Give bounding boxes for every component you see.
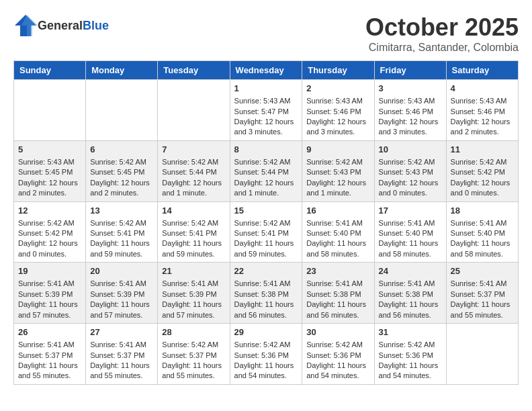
sunset-text: Sunset: 5:42 PM: [451, 167, 514, 177]
cell-content: 10Sunrise: 5:42 AMSunset: 5:43 PMDayligh…: [379, 144, 442, 199]
calendar-cell: 25Sunrise: 5:41 AMSunset: 5:37 PMDayligh…: [446, 263, 518, 324]
calendar-cell: 5Sunrise: 5:43 AMSunset: 5:45 PMDaylight…: [14, 140, 86, 201]
day-number: 27: [90, 326, 153, 338]
sunrise-text: Sunrise: 5:43 AM: [234, 96, 298, 106]
weekday-header: Wednesday: [230, 61, 302, 80]
daylight-text: Daylight: 12 hours and 1 minute.: [162, 178, 225, 199]
day-number: 1: [234, 83, 298, 95]
cell-content: 26Sunrise: 5:41 AMSunset: 5:37 PMDayligh…: [18, 326, 81, 381]
sunrise-text: Sunrise: 5:42 AM: [234, 157, 298, 167]
cell-content: 20Sunrise: 5:41 AMSunset: 5:39 PMDayligh…: [90, 265, 153, 320]
sunset-text: Sunset: 5:47 PM: [234, 107, 298, 117]
cell-content: 21Sunrise: 5:41 AMSunset: 5:39 PMDayligh…: [162, 265, 225, 320]
daylight-text: Daylight: 12 hours and 0 minutes.: [18, 238, 81, 259]
cell-content: 5Sunrise: 5:43 AMSunset: 5:45 PMDaylight…: [18, 144, 81, 199]
calendar-cell: [158, 80, 230, 141]
day-number: 17: [379, 205, 442, 217]
calendar-cell: 26Sunrise: 5:41 AMSunset: 5:37 PMDayligh…: [14, 324, 86, 385]
sunrise-text: Sunrise: 5:42 AM: [306, 157, 369, 167]
sunset-text: Sunset: 5:36 PM: [306, 351, 369, 361]
daylight-text: Daylight: 12 hours and 0 minutes.: [451, 178, 514, 199]
calendar-cell: 22Sunrise: 5:41 AMSunset: 5:38 PMDayligh…: [230, 263, 302, 324]
daylight-text: Daylight: 11 hours and 57 minutes.: [18, 300, 81, 320]
daylight-text: Daylight: 11 hours and 59 minutes.: [162, 238, 225, 259]
sunset-text: Sunset: 5:46 PM: [451, 107, 514, 117]
day-number: 4: [451, 83, 514, 95]
calendar-cell: [86, 80, 158, 141]
sunset-text: Sunset: 5:39 PM: [162, 289, 225, 300]
day-number: 8: [234, 144, 298, 156]
calendar-cell: 12Sunrise: 5:42 AMSunset: 5:42 PMDayligh…: [14, 201, 86, 263]
sunset-text: Sunset: 5:36 PM: [379, 351, 442, 361]
calendar-cell: 23Sunrise: 5:41 AMSunset: 5:38 PMDayligh…: [302, 263, 374, 324]
sunrise-text: Sunrise: 5:41 AM: [379, 218, 442, 228]
day-number: 14: [162, 205, 225, 217]
cell-content: 4Sunrise: 5:43 AMSunset: 5:46 PMDaylight…: [451, 83, 514, 138]
calendar-week-row: 26Sunrise: 5:41 AMSunset: 5:37 PMDayligh…: [14, 324, 519, 385]
logo-blue: Blue: [83, 19, 109, 32]
location-title: Cimitarra, Santander, Colombia: [365, 42, 519, 54]
cell-content: 23Sunrise: 5:41 AMSunset: 5:38 PMDayligh…: [306, 265, 369, 320]
daylight-text: Daylight: 11 hours and 56 minutes.: [306, 300, 369, 320]
calendar-cell: 2Sunrise: 5:43 AMSunset: 5:46 PMDaylight…: [302, 80, 374, 141]
day-number: 29: [234, 326, 298, 338]
calendar-cell: 15Sunrise: 5:42 AMSunset: 5:41 PMDayligh…: [230, 201, 302, 263]
cell-content: 9Sunrise: 5:42 AMSunset: 5:43 PMDaylight…: [306, 144, 369, 199]
daylight-text: Daylight: 11 hours and 54 minutes.: [379, 361, 442, 381]
daylight-text: Daylight: 11 hours and 59 minutes.: [234, 238, 298, 259]
sunset-text: Sunset: 5:41 PM: [234, 228, 298, 238]
calendar-cell: 17Sunrise: 5:41 AMSunset: 5:40 PMDayligh…: [374, 201, 446, 263]
calendar-cell: 11Sunrise: 5:42 AMSunset: 5:42 PMDayligh…: [446, 140, 518, 201]
calendar-cell: 7Sunrise: 5:42 AMSunset: 5:44 PMDaylight…: [158, 140, 230, 201]
sunset-text: Sunset: 5:38 PM: [306, 289, 369, 300]
day-number: 5: [18, 144, 81, 156]
sunrise-text: Sunrise: 5:42 AM: [162, 218, 225, 228]
calendar-cell: 29Sunrise: 5:42 AMSunset: 5:36 PMDayligh…: [230, 324, 302, 385]
sunset-text: Sunset: 5:41 PM: [162, 228, 225, 238]
sunset-text: Sunset: 5:39 PM: [90, 289, 153, 300]
calendar-cell: 19Sunrise: 5:41 AMSunset: 5:39 PMDayligh…: [14, 263, 86, 324]
sunset-text: Sunset: 5:37 PM: [90, 351, 153, 361]
day-number: 21: [162, 265, 225, 277]
sunrise-text: Sunrise: 5:42 AM: [18, 218, 81, 228]
calendar-cell: 4Sunrise: 5:43 AMSunset: 5:46 PMDaylight…: [446, 80, 518, 141]
sunset-text: Sunset: 5:44 PM: [162, 167, 225, 177]
calendar-cell: 18Sunrise: 5:41 AMSunset: 5:40 PMDayligh…: [446, 201, 518, 263]
sunset-text: Sunset: 5:38 PM: [379, 289, 442, 300]
cell-content: 28Sunrise: 5:42 AMSunset: 5:37 PMDayligh…: [162, 326, 225, 381]
daylight-text: Daylight: 12 hours and 3 minutes.: [234, 117, 298, 138]
sunset-text: Sunset: 5:46 PM: [306, 107, 369, 117]
calendar-cell: 1Sunrise: 5:43 AMSunset: 5:47 PMDaylight…: [230, 80, 302, 141]
cell-content: 30Sunrise: 5:42 AMSunset: 5:36 PMDayligh…: [306, 326, 369, 381]
sunset-text: Sunset: 5:43 PM: [306, 167, 369, 177]
sunrise-text: Sunrise: 5:42 AM: [90, 157, 153, 167]
sunrise-text: Sunrise: 5:41 AM: [18, 340, 81, 350]
day-number: 15: [234, 205, 298, 217]
logo: GeneralBlue: [13, 13, 109, 38]
cell-content: 3Sunrise: 5:43 AMSunset: 5:46 PMDaylight…: [379, 83, 442, 138]
daylight-text: Daylight: 12 hours and 2 minutes.: [90, 178, 153, 199]
day-number: 18: [451, 205, 514, 217]
daylight-text: Daylight: 12 hours and 1 minute.: [306, 178, 369, 199]
day-number: 13: [90, 205, 153, 217]
sunrise-text: Sunrise: 5:42 AM: [162, 340, 225, 350]
day-number: 12: [18, 205, 81, 217]
daylight-text: Daylight: 11 hours and 56 minutes.: [379, 300, 442, 320]
day-number: 30: [306, 326, 369, 338]
calendar-cell: 28Sunrise: 5:42 AMSunset: 5:37 PMDayligh…: [158, 324, 230, 385]
sunrise-text: Sunrise: 5:43 AM: [306, 96, 369, 106]
daylight-text: Daylight: 12 hours and 2 minutes.: [451, 117, 514, 138]
page-header: GeneralBlue October 2025 Cimitarra, Sant…: [13, 13, 519, 54]
daylight-text: Daylight: 11 hours and 55 minutes.: [90, 361, 153, 381]
cell-content: 7Sunrise: 5:42 AMSunset: 5:44 PMDaylight…: [162, 144, 225, 199]
sunrise-text: Sunrise: 5:41 AM: [162, 279, 225, 289]
sunrise-text: Sunrise: 5:41 AM: [18, 279, 81, 289]
daylight-text: Daylight: 12 hours and 1 minute.: [234, 178, 298, 199]
sunrise-text: Sunrise: 5:42 AM: [379, 340, 442, 350]
cell-content: 29Sunrise: 5:42 AMSunset: 5:36 PMDayligh…: [234, 326, 298, 381]
cell-content: 17Sunrise: 5:41 AMSunset: 5:40 PMDayligh…: [379, 205, 442, 260]
sunrise-text: Sunrise: 5:41 AM: [306, 218, 369, 228]
calendar-cell: 3Sunrise: 5:43 AMSunset: 5:46 PMDaylight…: [374, 80, 446, 141]
sunset-text: Sunset: 5:39 PM: [18, 289, 81, 300]
sunset-text: Sunset: 5:37 PM: [18, 351, 81, 361]
